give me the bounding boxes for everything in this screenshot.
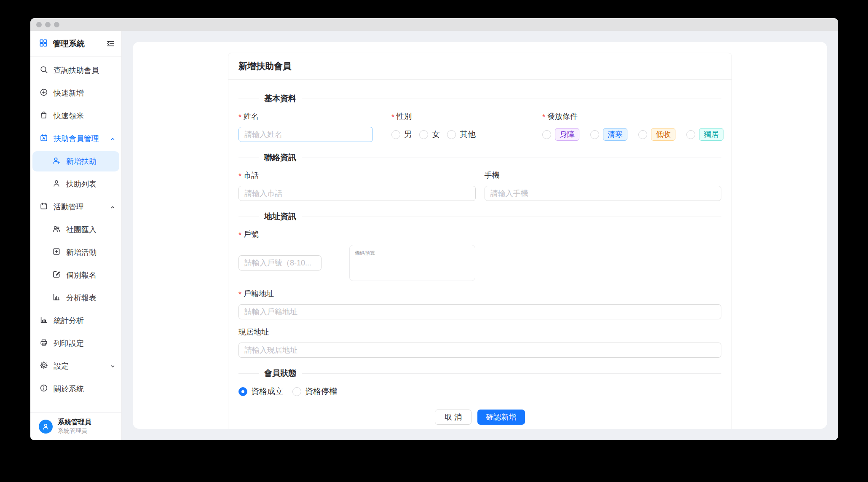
sidebar-item-label: 扶助列表: [66, 179, 116, 189]
condition-radio-living-alone[interactable]: 獨居: [686, 128, 723, 141]
shopping-bag-icon: [40, 111, 48, 121]
radio-label: 資格成立: [251, 386, 283, 397]
landline-input[interactable]: [238, 186, 476, 201]
barcode-preview-label: 條碼預覽: [355, 249, 470, 257]
condition-radio-low-income[interactable]: 低收: [638, 128, 675, 141]
window-zoom-button[interactable]: [54, 22, 59, 27]
sidebar-item-label: 新增扶助: [66, 156, 114, 166]
radio-icon: [447, 130, 456, 139]
radio-icon: [590, 130, 599, 139]
app-window: 管理系統 查詢扶助會員 快速新增: [30, 18, 838, 440]
sidebar-item-club-import[interactable]: 社團匯入: [30, 218, 121, 241]
window-close-button[interactable]: [36, 22, 42, 27]
sidebar-item-support-list[interactable]: 扶助列表: [30, 173, 121, 195]
sidebar-header: 管理系統: [30, 31, 121, 57]
info-circle-icon: [40, 384, 48, 394]
user-icon: [52, 179, 61, 190]
radio-label: 其他: [460, 129, 476, 140]
sidebar-item-add-activity[interactable]: 新增活動: [30, 241, 121, 264]
main-area: 新增扶助會員 基本資料 姓名 性別: [122, 31, 838, 440]
section-title: 基本資料: [264, 93, 296, 104]
edit-icon: [52, 270, 61, 281]
field-landline: 市話: [238, 170, 476, 201]
sidebar-item-label: 快速新增: [54, 88, 116, 98]
household-no-input[interactable]: [238, 255, 321, 270]
appstore-icon: [39, 38, 48, 49]
radio-icon: [638, 130, 647, 139]
condition-radio-disability[interactable]: 身障: [542, 128, 579, 141]
sidebar-item-label: 快速領米: [54, 111, 116, 121]
gear-icon: [40, 361, 48, 372]
sidebar-item-label: 社團匯入: [66, 225, 116, 235]
sidebar-item-label: 列印設定: [54, 338, 116, 348]
gender-radio-male[interactable]: 男: [391, 129, 412, 140]
user-name: 系統管理員: [58, 418, 91, 426]
sidebar-item-label: 設定: [54, 361, 104, 371]
field-household-no: 戶號 條碼預覽: [238, 229, 721, 281]
current-address-input[interactable]: [238, 343, 721, 358]
sidebar-item-individual-signup[interactable]: 個別報名: [30, 264, 121, 287]
barcode-preview-box: 條碼預覽: [349, 245, 475, 281]
current-address-label: 現居地址: [238, 327, 721, 337]
user-profile[interactable]: 系統管理員 系統管理員: [30, 412, 121, 440]
sidebar-item-add-support[interactable]: 新增扶助: [32, 151, 119, 171]
content-panel: 新增扶助會員 基本資料 姓名 性別: [133, 42, 827, 429]
landline-label: 市話: [238, 170, 476, 180]
plus-circle-icon: [40, 88, 48, 99]
window-minimize-button[interactable]: [45, 22, 51, 27]
name-input[interactable]: [238, 127, 373, 142]
sidebar-item-print-settings[interactable]: 列印設定: [30, 332, 121, 355]
status-radio-qualified[interactable]: 資格成立: [238, 386, 283, 397]
condition-radio-poverty[interactable]: 清寒: [590, 128, 627, 141]
section-title: 地址資訊: [264, 211, 296, 222]
field-mobile: 手機: [485, 170, 722, 201]
name-label: 姓名: [238, 111, 383, 121]
gender-label: 性別: [391, 111, 533, 121]
bar-chart-icon: [40, 316, 48, 326]
field-registered-address: 戶籍地址: [238, 289, 721, 319]
sidebar-item-label: 統計分析: [54, 316, 116, 326]
section-title: 會員狀態: [264, 368, 296, 379]
section-divider-contact: 聯絡資訊: [238, 152, 721, 163]
confirm-add-button[interactable]: 確認新增: [477, 410, 525, 425]
mobile-input[interactable]: [485, 186, 722, 201]
chevron-up-icon: [110, 136, 116, 142]
registered-address-input[interactable]: [238, 304, 721, 319]
sidebar-item-label: 活動管理: [54, 202, 104, 212]
sidebar-item-label: 個別報名: [66, 270, 116, 280]
gender-radio-female[interactable]: 女: [419, 129, 440, 140]
sidebar-item-analysis-report[interactable]: 分析報表: [30, 287, 121, 309]
field-gender: 性別 男 女 其他: [391, 111, 533, 142]
radio-icon: [542, 130, 551, 139]
sidebar-item-settings[interactable]: 設定: [30, 355, 121, 378]
printer-icon: [40, 338, 48, 349]
radio-icon: [686, 130, 695, 139]
user-role: 系統管理員: [58, 427, 91, 435]
household-no-label: 戶號: [238, 229, 721, 239]
gender-radio-other[interactable]: 其他: [447, 129, 476, 140]
chevron-up-icon: [110, 204, 116, 210]
chevron-down-icon: [110, 363, 116, 370]
sidebar-item-label: 分析報表: [66, 293, 116, 303]
sidebar-group-activity-management[interactable]: 活動管理: [30, 195, 121, 218]
calendar-icon: [40, 202, 48, 212]
menu-fold-icon[interactable]: [106, 39, 115, 48]
avatar: [39, 420, 53, 434]
sidebar-item-search-member[interactable]: 查詢扶助會員: [30, 59, 121, 82]
bar-chart-icon: [52, 293, 61, 303]
sidebar-item-about[interactable]: 關於系統: [30, 378, 121, 400]
add-member-card: 新增扶助會員 基本資料 姓名 性別: [228, 53, 732, 429]
sidebar: 管理系統 查詢扶助會員 快速新增: [30, 31, 122, 440]
radio-label: 男: [404, 129, 412, 140]
status-radio-suspended[interactable]: 資格停權: [292, 386, 337, 397]
condition-tag: 清寒: [603, 128, 627, 141]
cancel-button[interactable]: 取 消: [435, 410, 472, 425]
sidebar-group-member-management[interactable]: 扶助會員管理: [30, 127, 121, 150]
field-conditions: 發放條件 身障 清寒 低收 獨居: [542, 111, 723, 142]
sidebar-item-statistics[interactable]: 統計分析: [30, 309, 121, 332]
sidebar-item-quick-add[interactable]: 快速新增: [30, 82, 121, 104]
sidebar-item-quick-rice[interactable]: 快速領米: [30, 104, 121, 127]
field-name: 姓名: [238, 111, 383, 142]
user-add-icon: [52, 156, 61, 167]
section-divider-status: 會員狀態: [238, 368, 721, 379]
